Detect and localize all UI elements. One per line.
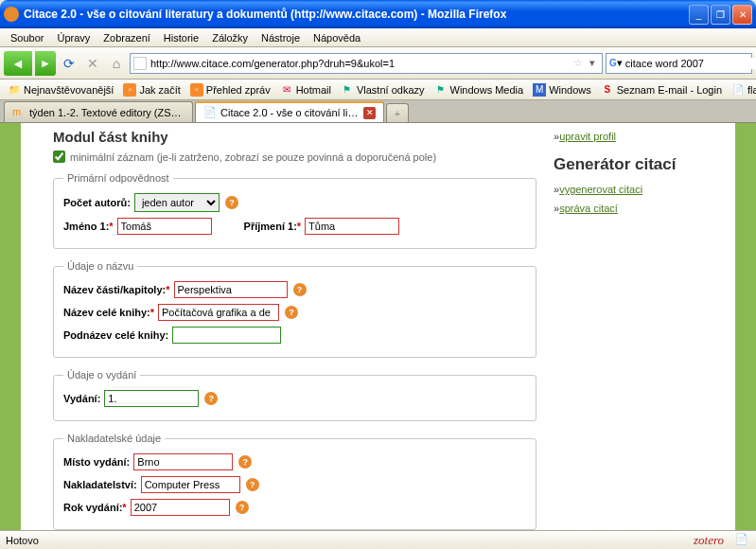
help-publisher[interactable]: ? [246, 478, 259, 491]
forward-button[interactable]: ► [35, 51, 56, 76]
menu-edit[interactable]: Úpravy [50, 30, 97, 45]
year-input[interactable] [131, 499, 230, 516]
reload-button[interactable]: ⟳ [59, 53, 79, 74]
menu-history[interactable]: Historie [157, 30, 205, 45]
maximize-button[interactable]: ❐ [711, 5, 730, 25]
search-bar[interactable]: G ▾ 🔍 [606, 53, 752, 74]
stop-button[interactable]: ✕ [82, 53, 103, 74]
publisher-label: Nakladatelství: [63, 479, 137, 490]
zotero-label[interactable]: zotero [694, 533, 724, 548]
firstname-label: Jméno 1: [63, 221, 109, 232]
search-engine-dropdown[interactable]: ▾ [617, 57, 623, 69]
sidebar-column: upravit profil Generátor citací vygenero… [546, 123, 735, 530]
help-year[interactable]: ? [236, 501, 249, 514]
bookmark-star-icon[interactable]: ☆ [573, 57, 583, 69]
legend-title: Údaje o názvu [63, 260, 137, 272]
bookmark-hotmail[interactable]: ✉Hotmail [276, 82, 335, 97]
author-count-label: Počet autorů: [63, 197, 131, 208]
bookmark-custom-links[interactable]: ⚑Vlastní odkazy [337, 82, 429, 97]
tab-bar: m týden 1.-2. Textové editory (ZS1BP_DI.… [0, 100, 756, 123]
url-dropdown-icon[interactable]: ▾ [586, 57, 599, 69]
chapter-label: Název části/kapitoly: [63, 284, 166, 295]
module-title: Modul část knihy [53, 129, 536, 145]
page-content: Modul část knihy minimální záznam (je-li… [0, 123, 756, 530]
bookmark-getting-started[interactable]: ▫Jak začít [119, 82, 184, 97]
window-title: Citace 2.0 - vše o citování literatury a… [24, 8, 689, 21]
minimal-record-label: minimální záznam (je-li zatrženo, zobraz… [70, 151, 436, 163]
menu-help[interactable]: Nápověda [307, 30, 367, 45]
search-input[interactable] [625, 58, 756, 69]
subtitle-label: Podnázev celé knihy: [63, 329, 168, 341]
fieldset-edition: Údaje o vydání Vydání: ? [53, 369, 536, 421]
fieldset-publisher: Nakladatelské údaje Místo vydání: ? Nakl… [53, 433, 536, 530]
menu-tools[interactable]: Nástroje [255, 30, 307, 45]
legend-edition: Údaje o vydání [63, 369, 140, 381]
bookmark-windows-media[interactable]: ⚑Windows Media [431, 82, 528, 97]
edition-input[interactable] [104, 390, 199, 407]
link-generate-citation[interactable]: vygenerovat citaci [554, 184, 724, 195]
tab-favicon-citace: 📄 [203, 106, 217, 119]
navigation-toolbar: ◄ ► ⟳ ✕ ⌂ ☆ ▾ G ▾ 🔍 [0, 47, 756, 80]
edition-label: Vydání: [63, 393, 100, 404]
url-input[interactable] [150, 58, 571, 69]
tab-close-button[interactable]: ✕ [363, 107, 376, 119]
legend-responsibility: Primární odpovědnost [63, 172, 173, 184]
site-favicon [133, 57, 147, 70]
help-edition[interactable]: ? [204, 392, 218, 405]
help-place[interactable]: ? [238, 455, 252, 469]
back-button[interactable]: ◄ [4, 51, 32, 76]
tab-citace[interactable]: 📄 Citace 2.0 - vše o citování literat...… [195, 101, 384, 122]
help-author-count[interactable]: ? [225, 196, 238, 209]
firstname-input[interactable] [117, 218, 212, 235]
bookmark-news[interactable]: ▫Přehled zpráv [186, 82, 274, 97]
fieldset-responsibility: Primární odpovědnost Počet autorů: jeden… [53, 172, 536, 249]
bookmark-most-visited[interactable]: 📁Nejnavštěvovanější [4, 82, 117, 97]
minimal-record-checkbox[interactable] [53, 151, 65, 163]
tab-moodle[interactable]: m týden 1.-2. Textové editory (ZS1BP_DI.… [4, 101, 193, 122]
close-button[interactable]: ✕ [732, 5, 752, 25]
lastname-label: Příjmení 1: [244, 221, 297, 232]
status-bar: Hotovo zotero 📄 [0, 530, 756, 549]
link-edit-profile[interactable]: upravit profil [554, 131, 724, 142]
menu-view[interactable]: Zobrazení [97, 30, 157, 45]
window-titlebar: Citace 2.0 - vše o citování literatury a… [0, 0, 756, 28]
book-title-label: Název celé knihy: [63, 307, 150, 318]
bookmark-windows[interactable]: MWindows [529, 82, 595, 97]
legend-publisher: Nakladatelské údaje [63, 433, 165, 444]
place-input[interactable] [133, 453, 233, 470]
fieldset-title: Údaje o názvu Název části/kapitoly:* ? N… [53, 260, 536, 358]
chapter-input[interactable] [174, 281, 288, 298]
home-button[interactable]: ⌂ [106, 53, 127, 74]
link-manage-citations[interactable]: správa citací [554, 203, 724, 214]
main-form-column: Modul část knihy minimální záznam (je-li… [21, 123, 546, 530]
menu-bookmarks[interactable]: Záložky [205, 30, 255, 45]
google-icon[interactable]: G [609, 57, 617, 70]
help-book-title[interactable]: ? [285, 306, 298, 319]
minimize-button[interactable]: _ [689, 5, 709, 25]
bookmark-flash-help[interactable]: 📄flash.help: Úvod [728, 82, 756, 97]
subtitle-input[interactable] [172, 327, 281, 344]
publisher-input[interactable] [141, 476, 240, 493]
year-label: Rok vydání: [63, 502, 122, 513]
status-page-icon: 📄 [735, 533, 750, 548]
bookmarks-toolbar: 📁Nejnavštěvovanější ▫Jak začít ▫Přehled … [0, 80, 756, 100]
author-count-select[interactable]: jeden autor [134, 193, 220, 212]
new-tab-button[interactable]: + [386, 103, 409, 122]
url-bar[interactable]: ☆ ▾ [130, 53, 603, 74]
sidebar-generator-title: Generátor citací [554, 155, 724, 174]
tab-favicon-moodle: m [12, 106, 26, 119]
help-chapter[interactable]: ? [293, 283, 307, 296]
status-text: Hotovo [6, 535, 694, 546]
menu-file[interactable]: Soubor [4, 30, 50, 45]
firefox-icon [4, 7, 19, 22]
place-label: Místo vydání: [63, 456, 130, 468]
lastname-input[interactable] [305, 218, 399, 235]
book-title-input[interactable] [158, 304, 279, 321]
menu-bar: Soubor Úpravy Zobrazení Historie Záložky… [0, 28, 756, 47]
bookmark-seznam-email[interactable]: SSeznam E-mail - Login [597, 82, 726, 97]
